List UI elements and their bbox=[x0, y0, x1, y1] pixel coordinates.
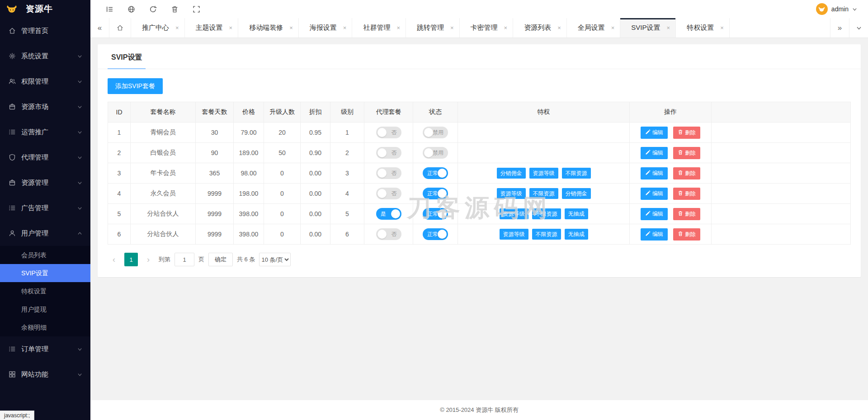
tab-0[interactable]: 推广中心× bbox=[131, 18, 185, 38]
tab-8[interactable]: 全局设置× bbox=[567, 18, 621, 38]
tabs-scroll-right-icon[interactable]: » bbox=[830, 18, 849, 38]
close-icon[interactable]: × bbox=[396, 24, 400, 31]
sidebar-subitem-1[interactable]: SVIP设置 bbox=[0, 264, 90, 282]
close-icon[interactable]: × bbox=[667, 24, 670, 31]
pagination-confirm-button[interactable]: 确定 bbox=[208, 253, 233, 266]
privilege-badge[interactable]: 资源等级 bbox=[529, 168, 558, 179]
status-toggle[interactable]: 正常 bbox=[423, 208, 448, 220]
pagination-page-1[interactable]: 1 bbox=[124, 253, 138, 266]
tab-6[interactable]: 卡密管理× bbox=[460, 18, 514, 38]
privilege-badge[interactable]: 不限资源 bbox=[529, 188, 558, 199]
tabs-scroll-left-icon[interactable]: « bbox=[90, 18, 109, 38]
pagination-prev-icon[interactable]: ‹ bbox=[108, 253, 120, 266]
delete-button[interactable]: 删除 bbox=[673, 228, 700, 241]
sidebar-subitem-2[interactable]: 特权设置 bbox=[0, 282, 90, 300]
tab-3[interactable]: 海报设置× bbox=[299, 18, 353, 38]
pagination-goto-input[interactable] bbox=[175, 253, 194, 266]
card-tab-svip[interactable]: SVIP设置 bbox=[108, 44, 146, 69]
agent-toggle[interactable]: 否 bbox=[376, 228, 401, 240]
admin-menu[interactable]: admin bbox=[816, 3, 860, 15]
agent-toggle[interactable]: 否 bbox=[376, 127, 401, 138]
sidebar-item-7[interactable]: 广告管理 bbox=[0, 195, 90, 221]
edit-button[interactable]: 编辑 bbox=[641, 208, 668, 220]
add-svip-package-button[interactable]: 添加SVIP套餐 bbox=[108, 78, 163, 94]
logo[interactable]: 资源牛 bbox=[0, 0, 90, 18]
privilege-badge[interactable]: 分销佣金 bbox=[497, 168, 526, 179]
edit-button[interactable]: 编辑 bbox=[641, 147, 668, 159]
sidebar-subitem-4[interactable]: 余额明细 bbox=[0, 318, 90, 336]
close-icon[interactable]: × bbox=[720, 24, 724, 31]
sidebar-item-4[interactable]: 运营推广 bbox=[0, 119, 90, 145]
sidebar-subitem-3[interactable]: 用户提现 bbox=[0, 300, 90, 318]
privilege-badge[interactable]: 不限资源 bbox=[532, 208, 561, 219]
sidebar-item-6[interactable]: 资源管理 bbox=[0, 170, 90, 195]
edit-button[interactable]: 编辑 bbox=[641, 167, 668, 179]
edit-button[interactable]: 编辑 bbox=[641, 188, 668, 200]
close-icon[interactable]: × bbox=[611, 24, 615, 31]
edit-button[interactable]: 编辑 bbox=[641, 228, 668, 241]
sidebar-item-8[interactable]: 用户管理 bbox=[0, 221, 90, 246]
tab-9[interactable]: SVIP设置× bbox=[620, 18, 676, 38]
tab-4[interactable]: 社群管理× bbox=[352, 18, 406, 38]
status-toggle[interactable]: 正常 bbox=[423, 167, 448, 179]
sidebar-item-3[interactable]: 资源市场 bbox=[0, 94, 90, 119]
agent-toggle[interactable]: 否 bbox=[376, 188, 401, 199]
sidebar-item-0[interactable]: 管理首页 bbox=[0, 18, 90, 43]
tab-2[interactable]: 移动端装修× bbox=[238, 18, 299, 38]
pagination-total: 共 6 条 bbox=[237, 255, 255, 264]
admin-username: admin bbox=[831, 5, 849, 13]
sidebar-subitem-0[interactable]: 会员列表 bbox=[0, 246, 90, 264]
cell-privileges: 分销佣金资源等级不限资源 bbox=[458, 163, 630, 184]
close-icon[interactable]: × bbox=[557, 24, 561, 31]
delete-button[interactable]: 删除 bbox=[673, 147, 700, 159]
delete-button[interactable]: 删除 bbox=[673, 188, 700, 200]
tab-home[interactable] bbox=[109, 18, 131, 38]
close-icon[interactable]: × bbox=[504, 24, 508, 31]
per-page-select[interactable]: 10 条/页 bbox=[259, 253, 291, 266]
delete-button[interactable]: 删除 bbox=[673, 127, 700, 139]
fullscreen-icon[interactable] bbox=[185, 0, 207, 18]
topbar: admin bbox=[90, 0, 868, 18]
agent-toggle[interactable]: 否 bbox=[376, 147, 401, 159]
clear-cache-trash-icon[interactable] bbox=[164, 0, 185, 18]
close-icon[interactable]: × bbox=[450, 24, 454, 31]
privilege-badge[interactable]: 资源等级 bbox=[500, 208, 528, 219]
sidebar-item-5[interactable]: 代理管理 bbox=[0, 145, 90, 170]
privilege-badge[interactable]: 无抽成 bbox=[565, 208, 588, 219]
close-icon[interactable]: × bbox=[343, 24, 347, 31]
privilege-badge[interactable]: 分销佣金 bbox=[562, 188, 591, 199]
privilege-badge[interactable]: 不限资源 bbox=[532, 229, 561, 240]
edit-button[interactable]: 编辑 bbox=[641, 127, 668, 139]
browser-status-bar: javascript:; bbox=[0, 411, 34, 420]
sidebar-item-2[interactable]: 权限管理 bbox=[0, 69, 90, 94]
tabs-dropdown-icon[interactable] bbox=[849, 18, 868, 38]
agent-toggle[interactable]: 是 bbox=[376, 208, 401, 220]
close-icon[interactable]: × bbox=[289, 24, 293, 31]
tab-7[interactable]: 资源列表× bbox=[513, 18, 567, 38]
status-toggle[interactable]: 正常 bbox=[423, 228, 448, 240]
delete-button[interactable]: 删除 bbox=[673, 208, 700, 220]
sidebar-item-1[interactable]: 系统设置 bbox=[0, 43, 90, 69]
sidebar-item-9[interactable]: 订单管理 bbox=[0, 336, 90, 362]
close-icon[interactable]: × bbox=[229, 24, 233, 31]
close-icon[interactable]: × bbox=[175, 24, 179, 31]
privilege-badge[interactable]: 无抽成 bbox=[565, 229, 588, 240]
tab-10[interactable]: 特权设置× bbox=[676, 18, 730, 38]
sidebar-item-10[interactable]: 网站功能 bbox=[0, 362, 90, 387]
refresh-icon[interactable] bbox=[142, 0, 164, 18]
globe-icon[interactable] bbox=[120, 0, 142, 18]
toggle-knob-icon bbox=[377, 189, 387, 198]
status-toggle[interactable]: 正常 bbox=[423, 188, 448, 199]
privilege-badge[interactable]: 资源等级 bbox=[500, 229, 528, 240]
pagination-next-icon[interactable]: › bbox=[142, 253, 155, 266]
delete-button[interactable]: 删除 bbox=[673, 167, 700, 179]
privilege-badge[interactable]: 资源等级 bbox=[497, 188, 526, 199]
agent-toggle[interactable]: 否 bbox=[376, 167, 401, 179]
collapse-sidebar-icon[interactable] bbox=[99, 0, 120, 18]
tab-5[interactable]: 跳转管理× bbox=[406, 18, 460, 38]
status-toggle-label: 禁用 bbox=[433, 149, 443, 157]
privilege-badge[interactable]: 不限资源 bbox=[562, 168, 591, 179]
status-toggle[interactable]: 禁用 bbox=[423, 147, 448, 159]
tab-1[interactable]: 主题设置× bbox=[185, 18, 239, 38]
status-toggle[interactable]: 禁用 bbox=[423, 127, 448, 138]
